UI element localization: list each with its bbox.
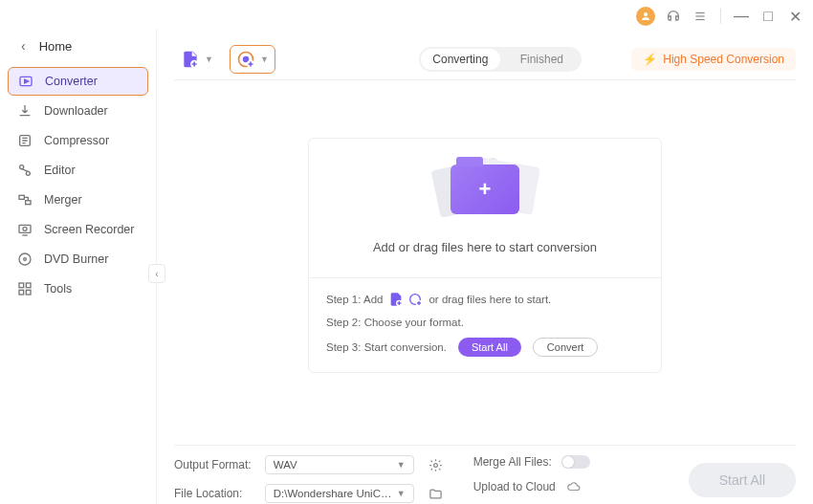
tab-finished[interactable]: Finished	[502, 47, 582, 72]
sidebar-item-compressor[interactable]: Compressor	[0, 126, 156, 155]
chevron-down-icon: ▼	[397, 489, 406, 498]
step-1: Step 1: Add or drag files here to start.	[326, 292, 644, 307]
bolt-icon: ⚡	[643, 53, 657, 66]
step1-text-b: or drag files here to start.	[428, 294, 551, 305]
svg-point-26	[434, 463, 438, 467]
sidebar-item-label: Compressor	[44, 134, 109, 147]
sidebar-item-tools[interactable]: Tools	[0, 274, 156, 303]
folder-art-icon: +	[428, 156, 542, 223]
add-file-mini-icon[interactable]	[388, 292, 404, 307]
high-speed-label: High Speed Conversion	[663, 53, 784, 66]
svg-rect-9	[19, 195, 24, 199]
main: ▼ ▼ Converting Finished ⚡ High Speed Con…	[157, 29, 813, 504]
file-location-select[interactable]: D:\Wondershare UniConverter 1 ▼	[265, 484, 414, 503]
collapse-sidebar-button[interactable]: ‹	[148, 264, 165, 283]
home-nav[interactable]: ‹ Home	[0, 33, 156, 67]
file-location-label: File Location:	[174, 487, 252, 500]
divider	[720, 9, 721, 24]
step-3: Step 3: Start conversion. Start All Conv…	[326, 338, 644, 357]
minimize-button[interactable]: —	[733, 8, 750, 25]
step3-text: Step 3: Start conversion.	[326, 341, 447, 353]
output-format-select[interactable]: WAV ▼	[265, 455, 414, 474]
file-location-value: D:\Wondershare UniConverter 1	[274, 488, 397, 499]
add-file-button[interactable]: ▼	[174, 45, 220, 74]
svg-rect-15	[19, 283, 24, 288]
dropzone-title: Add or drag files here to start conversi…	[373, 240, 597, 254]
dropzone[interactable]: + Add or drag files here to start conver…	[308, 138, 662, 373]
back-chevron-icon: ‹	[21, 38, 26, 54]
sidebar-item-downloader[interactable]: Downloader	[0, 97, 156, 125]
chevron-down-icon: ▼	[260, 55, 269, 64]
user-avatar-icon[interactable]	[636, 7, 655, 26]
close-button[interactable]: ✕	[786, 8, 803, 25]
start-all-button[interactable]: Start All	[689, 463, 796, 497]
svg-point-0	[644, 12, 648, 16]
home-label: Home	[39, 39, 73, 54]
chevron-down-icon: ▼	[397, 460, 406, 470]
upload-cloud-label: Upload to Cloud	[473, 480, 556, 493]
start-all-mini-button[interactable]: Start All	[458, 338, 521, 357]
sidebar: ‹ Home Converter Downloader Compressor E…	[0, 29, 157, 504]
step-2: Step 2: Choose your format.	[326, 317, 644, 328]
compressor-icon	[17, 133, 33, 148]
merger-icon	[17, 192, 33, 208]
add-folder-button[interactable]: ▼	[230, 45, 275, 74]
menu-icon[interactable]	[692, 8, 709, 25]
output-format-value: WAV	[274, 459, 297, 471]
converter-icon	[18, 74, 33, 89]
editor-icon	[17, 163, 33, 178]
open-folder-icon[interactable]	[428, 487, 445, 501]
toolbar: ▼ ▼ Converting Finished ⚡ High Speed Con…	[174, 38, 796, 80]
screen-recorder-icon	[17, 222, 33, 237]
sidebar-item-label: Merger	[44, 193, 82, 207]
high-speed-conversion-button[interactable]: ⚡ High Speed Conversion	[631, 48, 796, 71]
svg-rect-10	[26, 201, 31, 205]
merge-all-toggle[interactable]	[561, 455, 590, 469]
convert-mini-button[interactable]: Convert	[533, 338, 599, 357]
maximize-button[interactable]: □	[759, 8, 777, 25]
sidebar-item-screen-recorder[interactable]: Screen Recorder	[0, 215, 156, 244]
sidebar-item-label: Screen Recorder	[44, 223, 135, 236]
tools-icon	[17, 281, 33, 296]
svg-point-12	[23, 227, 27, 230]
downloader-icon	[17, 103, 33, 119]
svg-marker-5	[25, 79, 29, 83]
sidebar-item-converter[interactable]: Converter	[8, 67, 148, 96]
content: + Add or drag files here to start conver…	[157, 80, 813, 445]
merge-all-label: Merge All Files:	[473, 455, 552, 469]
dvd-burner-icon	[17, 252, 33, 267]
output-settings-icon[interactable]	[428, 458, 445, 472]
svg-point-13	[19, 253, 31, 265]
sidebar-item-label: Editor	[44, 164, 76, 177]
tab-segment: Converting Finished	[419, 47, 582, 72]
sidebar-item-label: DVD Burner	[44, 252, 108, 266]
svg-point-7	[20, 165, 24, 169]
add-disc-mini-icon[interactable]	[407, 292, 423, 307]
sidebar-item-label: Converter	[45, 75, 98, 88]
footer: Output Format: WAV ▼ File Location: D:\W…	[174, 445, 796, 504]
svg-rect-16	[26, 283, 31, 288]
svg-rect-11	[19, 225, 31, 232]
step1-text-a: Step 1: Add	[326, 294, 383, 305]
sidebar-item-label: Tools	[44, 282, 72, 296]
support-icon[interactable]	[665, 8, 682, 25]
svg-rect-17	[19, 290, 24, 295]
svg-rect-18	[26, 290, 31, 295]
sidebar-item-merger[interactable]: Merger	[0, 186, 156, 214]
sidebar-item-editor[interactable]: Editor	[0, 156, 156, 185]
sidebar-item-dvd-burner[interactable]: DVD Burner	[0, 245, 156, 274]
svg-point-8	[26, 171, 30, 175]
output-format-label: Output Format:	[174, 458, 252, 471]
sidebar-item-label: Downloader	[44, 104, 108, 118]
cloud-icon[interactable]	[565, 480, 582, 493]
chevron-down-icon: ▼	[205, 55, 213, 64]
tab-converting[interactable]: Converting	[421, 49, 500, 70]
svg-point-14	[24, 258, 27, 261]
titlebar: — □ ✕	[0, 0, 813, 29]
